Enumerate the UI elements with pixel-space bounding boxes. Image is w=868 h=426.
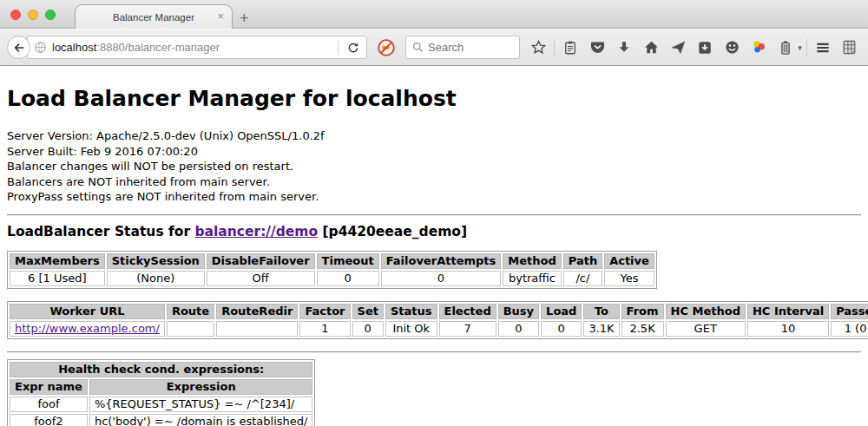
downloads-button[interactable] — [613, 36, 635, 59]
cell-set: 0 — [352, 321, 384, 337]
reading-list-button[interactable] — [559, 36, 582, 59]
horizontal-rule — [7, 351, 861, 353]
toolbar-separator — [554, 39, 555, 56]
col-disablefailover: DisableFailover — [207, 253, 315, 269]
cell-factor: 1 — [299, 321, 350, 337]
close-window-button[interactable] — [10, 10, 21, 20]
window-controls — [10, 10, 56, 20]
page-title: Load Balancer Manager for localhost — [7, 86, 861, 111]
col-path: Path — [563, 253, 602, 269]
navigation-toolbar: localhost:8880/balancer-manager — [0, 29, 868, 66]
table-row: 6 [1 Used] (None) Off 0 0 bytraffic /c/ … — [10, 271, 654, 286]
browser-window: Balancer Manager × + localhost:8880/bala… — [0, 0, 868, 426]
download-box-icon — [697, 40, 713, 56]
address-text[interactable]: localhost:8880/balancer-manager — [52, 41, 336, 54]
new-tab-button[interactable]: + — [240, 10, 249, 26]
cell-disablefailover: Off — [207, 271, 315, 286]
cell-busy: 0 — [498, 321, 539, 337]
worker-table: Worker URL Route RouteRedir Factor Set S… — [7, 301, 868, 339]
reload-button[interactable] — [340, 36, 366, 58]
balancer-demo-link[interactable]: balancer://demo — [194, 224, 318, 239]
clipboard-icon — [562, 40, 578, 56]
search-icon — [411, 41, 424, 54]
table-header-row: Expr name Expression — [10, 379, 312, 395]
col-route: Route — [167, 304, 214, 319]
pocket-button[interactable] — [586, 36, 608, 59]
cell-expression: hc('body') =~ /domain is established/ — [89, 414, 313, 426]
notice-line: ProxyPass settings are NOT inherited fro… — [7, 189, 861, 205]
screenshot-extension-button[interactable] — [838, 36, 861, 59]
col-method: Method — [503, 253, 561, 269]
col-hc-method: HC Method — [666, 304, 746, 319]
bookmark-star-button[interactable] — [527, 36, 549, 59]
table-header-row: MaxMembers StickySession DisableFailover… — [10, 253, 654, 269]
cell-expr-name: foof2 — [10, 414, 88, 426]
title-bar: Balancer Manager × + — [0, 0, 868, 29]
video-downloadhelper-button[interactable] — [747, 36, 770, 59]
chevron-down-icon[interactable]: ▾ — [798, 43, 802, 52]
col-hc-interval: HC Interval — [747, 304, 829, 319]
health-check-title: Health check cond. expressions: — [10, 362, 312, 377]
notice-line: Balancer changes will NOT be persisted o… — [7, 159, 861, 174]
cell-passes: 1 (0) — [831, 321, 868, 337]
col-stickysession: StickySession — [107, 253, 205, 269]
zoom-window-button[interactable] — [45, 10, 56, 20]
hamburger-icon — [814, 39, 832, 56]
url-domain: localhost — [52, 41, 96, 54]
col-elected: Elected — [439, 304, 496, 319]
cell-path: /c/ — [563, 271, 602, 286]
cell-load: 0 — [541, 321, 582, 337]
home-button[interactable] — [640, 36, 662, 59]
cell-worker-url: http://www.example.com/ — [10, 321, 165, 337]
col-maxmembers: MaxMembers — [10, 253, 105, 269]
container-icon — [778, 40, 793, 56]
search-input[interactable] — [428, 41, 508, 54]
col-timeout: Timeout — [317, 253, 379, 269]
status-heading-prefix: LoadBalancer Status for — [7, 224, 194, 239]
table-title-row: Health check cond. expressions: — [10, 362, 312, 377]
cell-method: bytraffic — [503, 271, 561, 286]
tab-balancer-manager[interactable]: Balancer Manager × — [75, 4, 233, 29]
container-button[interactable] — [774, 36, 797, 59]
worker-row: http://www.example.com/ 1 0 Init Ok 7 0 … — [10, 321, 868, 337]
back-button[interactable] — [7, 36, 30, 59]
health-check-table: Health check cond. expressions: Expr nam… — [7, 359, 315, 426]
back-arrow-icon — [12, 41, 26, 55]
server-built-line: Server Built: Feb 9 2016 07:00:20 — [7, 144, 861, 160]
search-bar[interactable] — [405, 36, 520, 59]
table-header-row: Worker URL Route RouteRedir Factor Set S… — [10, 304, 868, 319]
col-expression: Expression — [89, 379, 313, 395]
cell-expr-name: foof — [10, 397, 88, 412]
menu-button[interactable] — [812, 36, 834, 59]
tab-close-icon[interactable]: × — [217, 10, 224, 22]
col-status: Status — [385, 304, 437, 319]
cell-timeout: 0 — [317, 271, 379, 286]
col-factor: Factor — [299, 304, 350, 319]
cell-hc-interval: 10 — [747, 321, 829, 337]
cell-to: 3.1K — [583, 321, 619, 337]
send-page-button[interactable] — [667, 36, 689, 59]
col-load: Load — [541, 304, 582, 319]
cell-hc-method: GET — [666, 321, 746, 337]
cell-expression: %{REQUEST_STATUS} =~ /^[234]/ — [89, 397, 313, 412]
globe-icon — [33, 40, 48, 55]
balancer-settings-table: MaxMembers StickySession DisableFailover… — [7, 251, 657, 289]
urlbar-divider — [338, 40, 339, 55]
paper-plane-icon — [670, 39, 687, 56]
horizontal-rule — [7, 214, 861, 216]
toolbar-separator — [806, 39, 807, 56]
url-bar[interactable]: localhost:8880/balancer-manager — [27, 36, 367, 59]
flashblock-button[interactable] — [375, 36, 398, 59]
cell-stickysession: (None) — [107, 271, 205, 286]
minimize-window-button[interactable] — [28, 10, 38, 20]
table-row: foof %{REQUEST_STATUS} =~ /^[234]/ — [10, 397, 312, 412]
col-failoverattempts: FailoverAttempts — [381, 253, 502, 269]
worker-url-link[interactable]: http://www.example.com/ — [15, 322, 160, 335]
reload-icon — [346, 41, 360, 55]
download-box-button[interactable] — [694, 36, 716, 59]
cell-status: Init Ok — [385, 321, 437, 337]
col-set: Set — [352, 304, 384, 319]
hello-button[interactable] — [720, 36, 743, 59]
col-active: Active — [604, 253, 654, 269]
grid-page-icon — [841, 39, 858, 56]
